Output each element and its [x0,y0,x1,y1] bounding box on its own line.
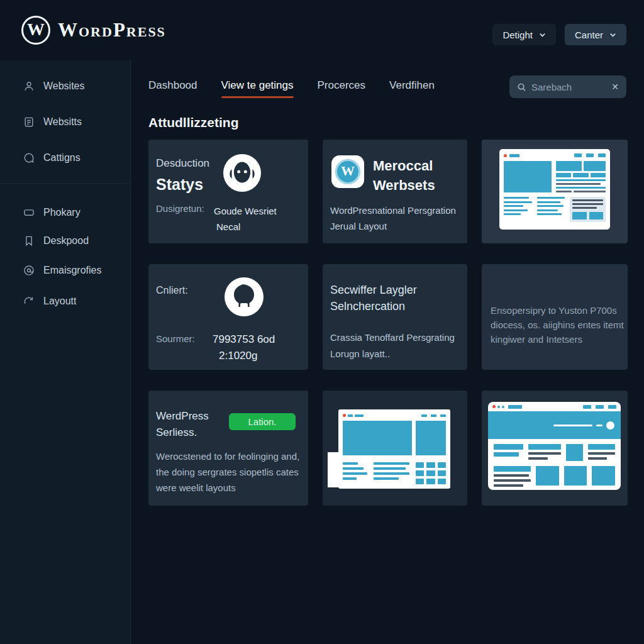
lation-button[interactable]: Lation. [229,413,296,430]
sidebar-item-label: Websitts [43,116,82,128]
status-card: Desduction Statys Dusigretun: Goude Wesr… [148,140,308,243]
close-icon[interactable]: ✕ [611,82,619,91]
client-card: Cnliert: Sourmer: 7993753 6od 2:1020g [148,264,308,370]
sidebar: Websites Websitts Cattigns Phokary Deskp… [0,60,131,644]
bookmark-icon [23,235,35,247]
monitor-icon [23,206,35,219]
website-thumbnail [338,409,450,489]
sidebar-item-emaisgrofies[interactable]: Emaisgrofies [0,262,130,279]
red-dot-icon [504,154,507,157]
header-actions: Detight Canter [492,24,626,45]
status-title: Statys [156,175,209,194]
security-title: Secwiffer Laygler Selnchercation [330,282,417,314]
logo-text: WordPress [58,19,166,42]
series-card: WerdPress Serliess. Lation. Werocstened … [148,391,308,506]
note-card: Ensopersipry to Yuston P700s diocess, os… [482,264,628,370]
client-label: Cnliert: [156,285,188,296]
canter-dropdown[interactable]: Canter [565,24,626,45]
wordpress-card: W Meroccal Werbsets WordPresnational Per… [323,140,467,243]
wordpress-card-desc: WordPresnational Persgration Jerual Layo… [330,203,456,234]
sidebar-item-label: Phokary [43,207,80,218]
client-values: 7993753 6od 2:1020g [213,331,275,364]
card-grid: Desduction Statys Dusigretun: Goude Wesr… [148,140,628,506]
refresh-icon [23,295,35,308]
chevron-down-icon [609,31,616,38]
sidebar-item-deskpood[interactable]: Deskpood [0,233,130,249]
wordpress-card-title: Meroccal Werbsets [373,156,435,195]
website-thumbnail [488,402,621,490]
search-icon [517,82,526,92]
tab-view-te-getings[interactable]: View te getings [221,79,294,98]
note-text: Ensopersipry to Yuston P700s diocess, os… [491,303,624,347]
clipboard-icon [23,116,35,128]
security-card: Secwiffer Laygler Selnchercation Crassia… [323,264,467,370]
dropdown-label: Canter [575,30,603,40]
series-desc: Werocstened to for feolinging and, the d… [156,448,299,496]
website-thumbnail-card-3[interactable] [482,391,628,506]
wordpress-logo[interactable]: W WordPress [21,16,166,45]
sidebar-item-label: Websites [43,80,85,92]
sidebar-item-label: Emaisgrofies [43,265,101,276]
wordpress-dashboard: W WordPress Detight Canter Websites Webs… [0,0,644,644]
red-dot-icon [492,405,496,408]
series-title: WerdPress Serliess. [156,408,209,441]
sidebar-item-cattigns[interactable]: Cattigns [0,150,130,166]
sidebar-item-websitts[interactable]: Websitts [0,114,130,130]
dropdown-label: Detight [502,30,533,40]
tab-procerces[interactable]: Procerces [318,79,366,98]
red-dot-icon [343,414,346,417]
chevron-down-icon [539,31,546,38]
status-kicker: Desduction [156,157,209,170]
client-label-2: Sourmer: [156,333,195,344]
website-thumbnail [499,149,610,230]
head-ring-icon [224,277,264,317]
website-thumbnail-card-2[interactable] [323,391,467,506]
sidebar-item-layoutt[interactable]: Layoutt [0,293,130,309]
security-desc: Crassia Tenoffard Persgrating Lorugn lay… [330,330,455,362]
user-icon [23,80,35,92]
wordpress-logo-icon: W [21,16,50,45]
search-input[interactable] [531,82,606,92]
status-row-label: Dusigretun: [156,203,204,214]
sidebar-item-label: Cattigns [43,152,80,164]
face-icon [223,153,262,192]
detight-dropdown[interactable]: Detight [492,24,556,45]
at-icon [23,264,35,277]
sidebar-item-websites[interactable]: Websites [0,78,130,94]
page-title: Attudllizzeting [148,115,238,130]
chat-icon [23,152,35,164]
sidebar-item-phokary[interactable]: Phokary [0,204,130,221]
wordpress-app-icon: W [331,155,364,188]
sidebar-item-label: Deskpood [43,235,89,247]
tab-verdfihen[interactable]: Verdfihen [389,79,435,98]
hero-banner [488,411,621,439]
sidebar-divider [0,183,130,184]
website-thumbnail-card-1[interactable] [482,140,628,243]
tab-dashbood[interactable]: Dashbood [148,79,197,98]
header: W WordPress Detight Canter [0,0,644,60]
status-row-value: Goude Wesriet Necal [214,203,277,235]
nav-tabs: Dashbood View te getings Procerces Verdf… [148,79,435,98]
search-box: ✕ [509,75,626,98]
sidebar-item-label: Layoutt [43,296,76,307]
